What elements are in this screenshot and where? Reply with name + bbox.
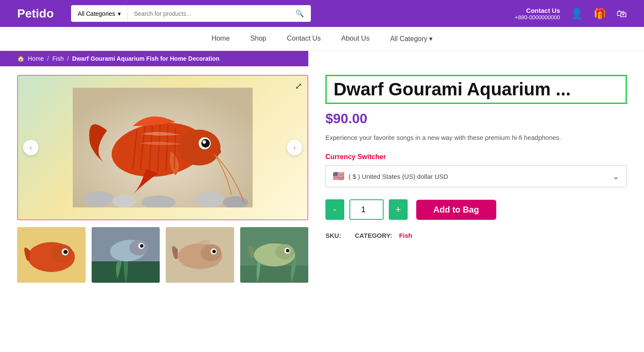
- quantity-input[interactable]: [349, 199, 384, 220]
- us-flag-icon: 🇺🇸: [333, 171, 344, 182]
- all-category-label: All Category: [390, 35, 427, 43]
- add-to-bag-button[interactable]: Add to Bag: [416, 200, 496, 220]
- main-product-image: [18, 76, 307, 219]
- product-meta: SKU: CATEGORY: Fish: [325, 232, 627, 239]
- currency-option-label: ( $ ) United States (US) dollar USD: [349, 173, 448, 180]
- quantity-plus-button[interactable]: +: [389, 199, 408, 220]
- nav-about-us[interactable]: About Us: [341, 35, 370, 43]
- search-icon: 🔍: [295, 10, 304, 17]
- svg-point-15: [201, 139, 210, 148]
- header-contact-info: Contact Us +880-0000000000: [515, 7, 560, 21]
- product-title: Dwarf Gourami Aquarium ...: [325, 75, 627, 104]
- currency-left: 🇺🇸 ( $ ) United States (US) dollar USD: [333, 171, 448, 182]
- breadcrumb-sep1: /: [47, 55, 49, 62]
- category-value: Fish: [399, 232, 412, 239]
- category-dropdown-label: All Categories: [78, 10, 115, 17]
- main-image-wrapper: ‹ › ⤢: [17, 75, 308, 220]
- thumbnail-4[interactable]: [240, 227, 309, 283]
- category-dropdown[interactable]: All Categories ▾: [71, 5, 128, 22]
- user-icon[interactable]: 👤: [570, 8, 583, 20]
- product-info: Dwarf Gourami Aquarium ... $90.00 Experi…: [325, 75, 627, 283]
- product-price: $90.00: [325, 111, 627, 127]
- nav-all-category[interactable]: All Category ▾: [390, 35, 432, 43]
- sku-label: SKU:: [325, 232, 341, 239]
- svg-rect-22: [17, 227, 86, 283]
- svg-point-2: [112, 195, 136, 207]
- logo: Petido: [17, 7, 54, 21]
- main-nav: Home Shop Contact Us About Us All Catego…: [0, 27, 644, 51]
- currency-switcher-label: Currency Switcher: [325, 153, 627, 161]
- search-input[interactable]: [128, 5, 289, 22]
- search-bar: All Categories ▾ 🔍: [71, 5, 311, 22]
- breadcrumb-home[interactable]: Home: [28, 55, 44, 62]
- breadcrumb-fish[interactable]: Fish: [52, 55, 63, 62]
- svg-point-1: [83, 191, 113, 207]
- main-content: ‹ › ⤢: [0, 66, 644, 291]
- thumbnail-2[interactable]: [92, 227, 160, 283]
- wishlist-icon[interactable]: 🎁: [593, 8, 606, 20]
- cart-icon[interactable]: 🛍: [617, 8, 627, 20]
- breadcrumb-home-icon: 🏠: [17, 55, 24, 62]
- thumbnail-1[interactable]: [17, 227, 86, 283]
- quantity-minus-button[interactable]: -: [325, 199, 344, 220]
- currency-chevron-icon: ⌄: [612, 171, 620, 181]
- all-category-chevron-icon: ▾: [429, 35, 432, 43]
- nav-contact-us[interactable]: Contact Us: [287, 35, 321, 43]
- contact-phone: +880-0000000000: [515, 14, 560, 21]
- svg-point-13: [178, 130, 221, 166]
- product-gallery: ‹ › ⤢: [17, 75, 308, 283]
- nav-home[interactable]: Home: [212, 35, 230, 43]
- svg-point-26: [129, 240, 148, 255]
- thumbnails-row: [17, 227, 308, 283]
- header-right: Contact Us +880-0000000000 👤 🎁 🛍: [515, 7, 627, 21]
- product-description: Experience your favorite songs in a new …: [325, 133, 627, 143]
- dropdown-arrow-icon: ▾: [118, 10, 121, 17]
- svg-point-4: [195, 192, 225, 207]
- search-button[interactable]: 🔍: [289, 5, 311, 22]
- thumbnail-3[interactable]: [166, 227, 234, 283]
- breadcrumb-sep2: /: [67, 55, 69, 62]
- svg-point-39: [286, 249, 289, 252]
- next-image-button[interactable]: ›: [287, 140, 302, 155]
- nav-shop[interactable]: Shop: [250, 35, 266, 43]
- prev-image-button[interactable]: ‹: [23, 140, 39, 155]
- contact-label: Contact Us: [515, 7, 560, 14]
- breadcrumb: 🏠 Home / Fish / Dwarf Gourami Aquarium F…: [0, 51, 308, 66]
- header: Petido All Categories ▾ 🔍 Contact Us +88…: [0, 0, 644, 27]
- svg-point-28: [140, 244, 143, 248]
- breadcrumb-current: Dwarf Gourami Aquarium Fish for Home Dec…: [72, 55, 220, 62]
- svg-point-33: [212, 250, 216, 253]
- svg-point-16: [203, 140, 206, 144]
- svg-rect-35: [240, 266, 309, 283]
- expand-icon[interactable]: ⤢: [295, 81, 302, 91]
- add-to-bag-row: - + Add to Bag: [325, 199, 627, 220]
- currency-select[interactable]: 🇺🇸 ( $ ) United States (US) dollar USD ⌄: [325, 165, 627, 187]
- category-label: CATEGORY:: [355, 232, 392, 239]
